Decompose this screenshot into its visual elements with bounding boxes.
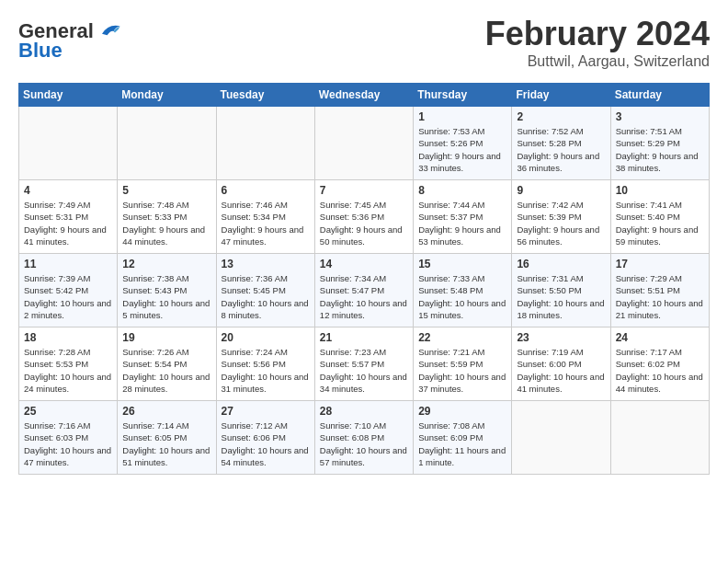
cell-info: Sunrise: 7:49 AM Sunset: 5:31 PM Dayligh… (24, 199, 112, 247)
day-number: 14 (320, 258, 408, 270)
calendar-cell: 2Sunrise: 7:52 AM Sunset: 5:28 PM Daylig… (512, 107, 610, 180)
calendar-cell (216, 107, 314, 180)
day-header: Saturday (610, 84, 709, 107)
calendar-cell: 15Sunrise: 7:33 AM Sunset: 5:48 PM Dayli… (414, 254, 512, 327)
cell-info: Sunrise: 7:42 AM Sunset: 5:39 PM Dayligh… (517, 199, 605, 247)
cell-info: Sunrise: 7:19 AM Sunset: 6:00 PM Dayligh… (517, 346, 605, 395)
day-number: 26 (122, 405, 210, 418)
cell-info: Sunrise: 7:44 AM Sunset: 5:37 PM Dayligh… (418, 199, 506, 247)
calendar-header: SundayMondayTuesdayWednesdayThursdayFrid… (19, 84, 710, 107)
calendar-cell: 10Sunrise: 7:41 AM Sunset: 5:40 PM Dayli… (610, 180, 709, 254)
calendar-cell: 25Sunrise: 7:16 AM Sunset: 6:03 PM Dayli… (19, 401, 118, 475)
cell-info: Sunrise: 7:14 AM Sunset: 6:05 PM Dayligh… (122, 419, 210, 468)
day-number: 22 (418, 331, 506, 344)
cell-info: Sunrise: 7:38 AM Sunset: 5:43 PM Dayligh… (122, 272, 210, 321)
calendar-week-row: 1Sunrise: 7:53 AM Sunset: 5:26 PM Daylig… (19, 107, 710, 180)
calendar-cell: 12Sunrise: 7:38 AM Sunset: 5:43 PM Dayli… (118, 254, 216, 327)
header-row: SundayMondayTuesdayWednesdayThursdayFrid… (19, 84, 710, 107)
day-number: 29 (418, 405, 506, 418)
calendar-week-row: 11Sunrise: 7:39 AM Sunset: 5:42 PM Dayli… (19, 254, 710, 327)
calendar-week-row: 18Sunrise: 7:28 AM Sunset: 5:53 PM Dayli… (19, 327, 710, 401)
day-number: 20 (222, 331, 310, 344)
calendar-cell: 4Sunrise: 7:49 AM Sunset: 5:31 PM Daylig… (19, 180, 118, 254)
cell-info: Sunrise: 7:16 AM Sunset: 6:03 PM Dayligh… (24, 419, 112, 468)
logo: General Blue (18, 18, 121, 61)
day-number: 24 (616, 331, 704, 344)
cell-info: Sunrise: 7:48 AM Sunset: 5:33 PM Dayligh… (122, 199, 210, 247)
day-header: Friday (512, 84, 610, 107)
day-number: 9 (517, 184, 605, 197)
calendar-cell: 22Sunrise: 7:21 AM Sunset: 5:59 PM Dayli… (414, 327, 512, 401)
cell-info: Sunrise: 7:52 AM Sunset: 5:28 PM Dayligh… (517, 125, 605, 174)
calendar-cell (314, 107, 413, 180)
month-title: February 2024 (485, 15, 710, 53)
cell-info: Sunrise: 7:36 AM Sunset: 5:45 PM Dayligh… (222, 272, 310, 321)
logo-bird-icon (96, 18, 121, 44)
calendar-cell (610, 401, 709, 475)
day-number: 21 (320, 331, 408, 344)
cell-info: Sunrise: 7:12 AM Sunset: 6:06 PM Dayligh… (222, 419, 310, 468)
calendar-cell: 14Sunrise: 7:34 AM Sunset: 5:47 PM Dayli… (314, 254, 413, 327)
page-header: General Blue February 2024 Buttwil, Aarg… (18, 15, 710, 70)
logo-blue: Blue (18, 40, 63, 61)
day-number: 27 (222, 405, 310, 418)
calendar-cell: 9Sunrise: 7:42 AM Sunset: 5:39 PM Daylig… (512, 180, 610, 254)
calendar-cell: 29Sunrise: 7:08 AM Sunset: 6:09 PM Dayli… (414, 401, 512, 475)
calendar-cell: 28Sunrise: 7:10 AM Sunset: 6:08 PM Dayli… (314, 401, 413, 475)
cell-info: Sunrise: 7:10 AM Sunset: 6:08 PM Dayligh… (320, 419, 408, 468)
day-number: 2 (517, 110, 605, 123)
cell-info: Sunrise: 7:31 AM Sunset: 5:50 PM Dayligh… (517, 272, 605, 321)
cell-info: Sunrise: 7:26 AM Sunset: 5:54 PM Dayligh… (122, 346, 210, 395)
calendar-cell: 1Sunrise: 7:53 AM Sunset: 5:26 PM Daylig… (414, 107, 512, 180)
calendar-cell: 19Sunrise: 7:26 AM Sunset: 5:54 PM Dayli… (118, 327, 216, 401)
calendar-cell: 16Sunrise: 7:31 AM Sunset: 5:50 PM Dayli… (512, 254, 610, 327)
calendar-week-row: 25Sunrise: 7:16 AM Sunset: 6:03 PM Dayli… (19, 401, 710, 475)
day-number: 13 (222, 258, 310, 270)
cell-info: Sunrise: 7:23 AM Sunset: 5:57 PM Dayligh… (320, 346, 408, 395)
calendar-cell: 23Sunrise: 7:19 AM Sunset: 6:00 PM Dayli… (512, 327, 610, 401)
day-number: 11 (24, 258, 112, 270)
day-number: 12 (122, 258, 210, 270)
calendar-cell (19, 107, 118, 180)
calendar-cell: 11Sunrise: 7:39 AM Sunset: 5:42 PM Dayli… (19, 254, 118, 327)
day-header: Tuesday (216, 84, 314, 107)
cell-info: Sunrise: 7:17 AM Sunset: 6:02 PM Dayligh… (616, 346, 704, 395)
day-number: 15 (418, 258, 506, 270)
day-number: 5 (122, 184, 210, 197)
cell-info: Sunrise: 7:53 AM Sunset: 5:26 PM Dayligh… (418, 125, 506, 174)
cell-info: Sunrise: 7:08 AM Sunset: 6:09 PM Dayligh… (418, 419, 506, 468)
cell-info: Sunrise: 7:41 AM Sunset: 5:40 PM Dayligh… (616, 199, 704, 247)
location-title: Buttwil, Aargau, Switzerland (485, 53, 710, 70)
calendar-cell: 5Sunrise: 7:48 AM Sunset: 5:33 PM Daylig… (118, 180, 216, 254)
calendar-cell: 7Sunrise: 7:45 AM Sunset: 5:36 PM Daylig… (314, 180, 413, 254)
calendar-cell: 6Sunrise: 7:46 AM Sunset: 5:34 PM Daylig… (216, 180, 314, 254)
day-number: 3 (616, 110, 704, 123)
cell-info: Sunrise: 7:45 AM Sunset: 5:36 PM Dayligh… (320, 199, 408, 247)
day-header: Monday (118, 84, 216, 107)
day-number: 6 (222, 184, 310, 197)
calendar-cell: 13Sunrise: 7:36 AM Sunset: 5:45 PM Dayli… (216, 254, 314, 327)
day-number: 17 (616, 258, 704, 270)
day-header: Thursday (414, 84, 512, 107)
calendar-cell: 26Sunrise: 7:14 AM Sunset: 6:05 PM Dayli… (118, 401, 216, 475)
calendar-cell: 21Sunrise: 7:23 AM Sunset: 5:57 PM Dayli… (314, 327, 413, 401)
day-header: Sunday (19, 84, 118, 107)
calendar-table: SundayMondayTuesdayWednesdayThursdayFrid… (18, 83, 710, 475)
day-number: 23 (517, 331, 605, 344)
day-number: 28 (320, 405, 408, 418)
day-number: 7 (320, 184, 408, 197)
day-number: 1 (418, 110, 506, 123)
day-number: 16 (517, 258, 605, 270)
day-number: 8 (418, 184, 506, 197)
calendar-week-row: 4Sunrise: 7:49 AM Sunset: 5:31 PM Daylig… (19, 180, 710, 254)
day-number: 4 (24, 184, 112, 197)
calendar-cell: 27Sunrise: 7:12 AM Sunset: 6:06 PM Dayli… (216, 401, 314, 475)
calendar-cell: 3Sunrise: 7:51 AM Sunset: 5:29 PM Daylig… (610, 107, 709, 180)
day-number: 18 (24, 331, 112, 344)
cell-info: Sunrise: 7:46 AM Sunset: 5:34 PM Dayligh… (222, 199, 310, 247)
day-number: 19 (122, 331, 210, 344)
calendar-body: 1Sunrise: 7:53 AM Sunset: 5:26 PM Daylig… (19, 107, 710, 475)
cell-info: Sunrise: 7:28 AM Sunset: 5:53 PM Dayligh… (24, 346, 112, 395)
cell-info: Sunrise: 7:39 AM Sunset: 5:42 PM Dayligh… (24, 272, 112, 321)
calendar-cell (512, 401, 610, 475)
